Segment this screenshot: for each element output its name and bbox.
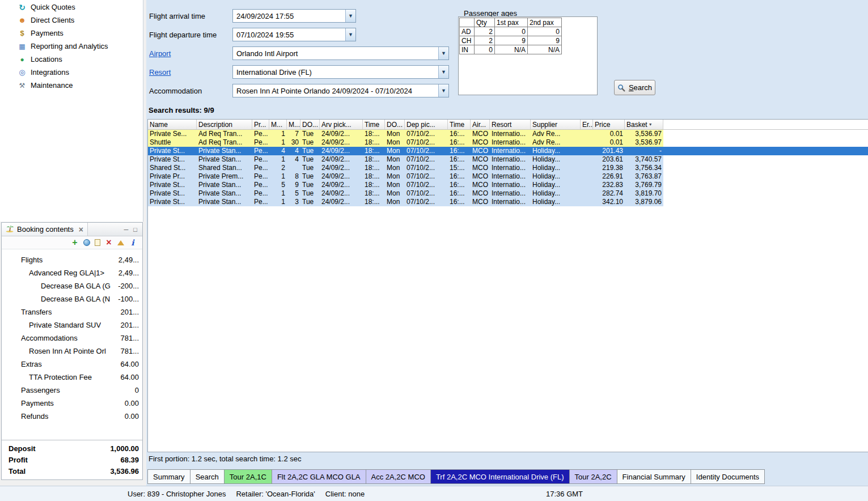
sidebar-item-locations[interactable]: Locations xyxy=(0,53,143,66)
result-cell: 07/10/2... xyxy=(405,138,448,147)
sidebar-item-reporting-and-analytics[interactable]: Reporting and Analytics xyxy=(0,40,143,53)
sidebar-item-direct-clients[interactable]: Direct Clients xyxy=(0,14,143,27)
sidebar-item-payments[interactable]: Payments xyxy=(0,27,143,40)
dropdown-arrow-icon[interactable]: ▼ xyxy=(438,47,448,60)
column-header-do[interactable]: DO... xyxy=(385,120,405,129)
column-header-m[interactable]: M... xyxy=(269,120,287,129)
column-header-basket[interactable]: Basket▼ xyxy=(625,120,663,129)
accommodation-combobox[interactable]: Rosen Inn At Pointe Orlando 24/09/2024 -… xyxy=(232,84,449,97)
column-header-resort[interactable]: Resort xyxy=(490,120,531,129)
minimize-icon[interactable]: ─ xyxy=(124,226,129,233)
sidebar-item-integrations[interactable]: Integrations xyxy=(0,66,143,79)
tab-flt-2a-2c-gla-mco-gla[interactable]: Flt 2A,2C GLA MCO GLA xyxy=(272,469,366,484)
tab-financial-summary[interactable]: Financial Summary xyxy=(617,469,691,484)
column-header-er[interactable]: Er... xyxy=(581,120,593,129)
airport-label[interactable]: Airport xyxy=(149,49,232,58)
search-button[interactable]: Search xyxy=(614,80,655,95)
airport-combobox[interactable]: Orlando Intl Airport▼ xyxy=(232,46,449,60)
booking-contents-tab[interactable]: Booking contents × xyxy=(2,223,88,236)
booking-item-payments[interactable]: Payments0.00 xyxy=(2,397,142,410)
result-cell: Holiday... xyxy=(531,198,581,206)
result-row[interactable]: Shared St...Shared Stan...Pe...2Tue24/09… xyxy=(148,164,663,172)
result-row[interactable]: Private St...Private Stan...Pe...15Tue24… xyxy=(148,189,663,198)
integrations-icon xyxy=(18,68,27,77)
result-cell: 1 xyxy=(269,189,287,198)
summary-label: Deposit xyxy=(9,444,36,453)
add-icon[interactable] xyxy=(71,239,79,247)
result-cell: 2 xyxy=(269,164,287,172)
column-header-description[interactable]: Description xyxy=(197,120,252,129)
pax-cell[interactable]: N/A xyxy=(495,45,528,54)
column-header-supplier[interactable]: Supplier xyxy=(531,120,581,129)
column-header-m[interactable]: M... xyxy=(287,120,300,129)
tab-acc-2a-2c-mco[interactable]: Acc 2A,2C MCO xyxy=(366,469,431,484)
booking-item-rosen-inn-at-pointe-orl[interactable]: Rosen Inn At Pointe Orl781... xyxy=(2,345,142,358)
result-row[interactable]: Private Se...Ad Req Tran...Pe...17Tue24/… xyxy=(148,130,663,138)
pax-cell[interactable]: 2 xyxy=(475,27,495,36)
pax-cell[interactable]: 0 xyxy=(475,45,495,54)
booking-item-refunds[interactable]: Refunds0.00 xyxy=(2,410,142,423)
booking-item-decrease-ba-gla-g[interactable]: Decrease BA GLA (G-200... xyxy=(2,279,142,292)
info-icon[interactable] xyxy=(129,239,137,247)
pax-cell[interactable]: 9 xyxy=(495,36,528,45)
column-header-price[interactable]: Price xyxy=(593,120,625,129)
booking-item-tta-protection-fee[interactable]: TTA Protection Fee64.00 xyxy=(2,371,142,384)
result-row[interactable]: Private St...Private Stan...Pe...13Tue24… xyxy=(148,198,663,206)
booking-item-transfers[interactable]: Transfers201... xyxy=(2,305,142,319)
result-cell: 5 xyxy=(269,181,287,189)
tab-search[interactable]: Search xyxy=(190,469,225,484)
column-header-label: Pr... xyxy=(254,121,266,129)
delete-icon[interactable] xyxy=(105,239,113,247)
column-header-dep-pic[interactable]: Dep pic... xyxy=(405,120,448,129)
column-header-air[interactable]: Air... xyxy=(471,120,490,129)
result-cell: Pe... xyxy=(252,189,269,198)
pax-cell[interactable]: 9 xyxy=(528,36,562,45)
pax-cell[interactable]: 0 xyxy=(495,27,528,36)
result-row[interactable]: Private St...Private Stan...Pe...14Tue24… xyxy=(148,155,663,164)
pax-cell[interactable]: N/A xyxy=(528,45,562,54)
booking-item-private-standard-suv[interactable]: Private Standard SUV201... xyxy=(2,319,142,332)
send-to-basket-icon[interactable] xyxy=(117,240,124,245)
resort-label[interactable]: Resort xyxy=(149,68,232,77)
dropdown-arrow-icon[interactable]: ▼ xyxy=(345,10,355,22)
booking-item-accommodations[interactable]: Accommodations781... xyxy=(2,332,142,345)
booking-item-advanced-reg-gla-1[interactable]: Advanced Reg GLA|1>2,49... xyxy=(2,266,142,279)
recost-icon[interactable] xyxy=(95,239,100,246)
dropdown-arrow-icon[interactable]: ▼ xyxy=(438,84,448,97)
flight-departure-time-combobox[interactable]: 07/10/2024 19:55▼ xyxy=(232,28,356,41)
flight-arrival-time-combobox[interactable]: 24/09/2024 17:55▼ xyxy=(232,9,356,23)
close-icon[interactable]: × xyxy=(79,226,83,233)
dropdown-arrow-icon[interactable]: ▼ xyxy=(345,28,355,41)
resort-combobox[interactable]: International Drive (FL)▼ xyxy=(232,65,449,79)
search-results-table: NameDescriptionPr...M...M...DO...Arv pic… xyxy=(147,119,868,452)
tab-tour-2a-1c[interactable]: Tour 2A,1C xyxy=(224,469,272,484)
pax-cell[interactable]: 0 xyxy=(528,27,562,36)
column-header-arv-pick[interactable]: Arv pick... xyxy=(320,120,363,129)
sort-descending-icon: ▼ xyxy=(649,122,653,126)
tab-summary[interactable]: Summary xyxy=(147,469,190,484)
booking-item-decrease-ba-gla-n[interactable]: Decrease BA GLA (N-100... xyxy=(2,292,142,305)
sidebar-item-quick-quotes[interactable]: Quick Quotes xyxy=(0,1,143,14)
booking-item-flights[interactable]: Flights2,49... xyxy=(2,253,142,266)
tab-trf-2a-2c-mco-international-drive-fl[interactable]: Trf 2A,2C MCO International Drive (FL) xyxy=(430,469,570,484)
column-header-name[interactable]: Name xyxy=(148,120,197,129)
column-header-do[interactable]: DO... xyxy=(300,120,320,129)
column-header-time[interactable]: Time xyxy=(363,120,385,129)
dropdown-arrow-icon[interactable]: ▼ xyxy=(438,66,448,78)
globe-icon[interactable] xyxy=(83,239,90,246)
result-row[interactable]: Private Pr...Private Prem...Pe...18Tue24… xyxy=(148,172,663,181)
column-header-time[interactable]: Time xyxy=(448,120,471,129)
column-header-pr[interactable]: Pr... xyxy=(252,120,269,129)
booking-item-extras[interactable]: Extras64.00 xyxy=(2,358,142,371)
sidebar-item-maintenance[interactable]: Maintenance xyxy=(0,79,143,92)
result-cell: Internatio... xyxy=(490,147,531,155)
result-row[interactable]: Private St...Private Stan...Pe...44Tue24… xyxy=(148,147,868,155)
tab-identity-documents[interactable]: Identity Documents xyxy=(691,469,765,484)
maximize-icon[interactable]: □ xyxy=(133,226,137,233)
tab-tour-2a-2c[interactable]: Tour 2A,2C xyxy=(569,469,617,484)
pax-cell[interactable]: 2 xyxy=(475,36,495,45)
result-row[interactable]: Private St...Private Stan...Pe...59Tue24… xyxy=(148,181,663,189)
result-row[interactable]: ShuttleAd Req Tran...Pe...130Tue24/09/2.… xyxy=(148,138,663,147)
result-cell: 16:... xyxy=(448,138,471,147)
booking-item-passengers[interactable]: Passengers0 xyxy=(2,384,142,397)
